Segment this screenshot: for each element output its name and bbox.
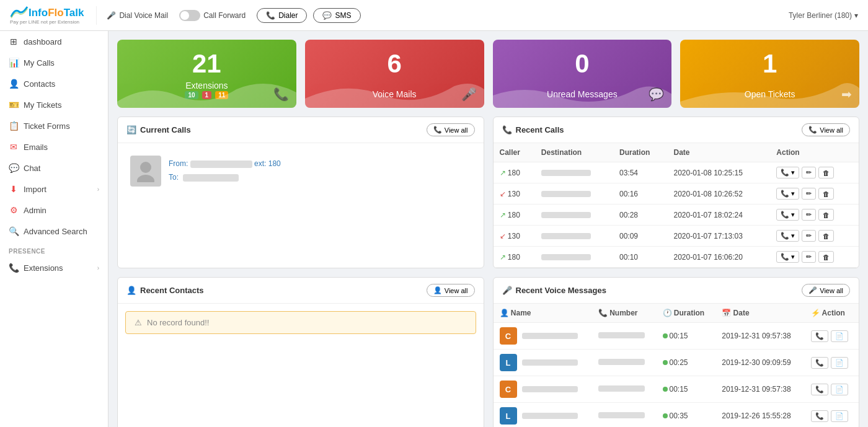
sidebar-item-advanced-search[interactable]: 🔍 Advanced Search [0, 221, 108, 242]
sidebar-item-ticket-forms[interactable]: 📋 Ticket Forms [0, 115, 108, 136]
delete-action-btn[interactable]: 🗑 [818, 251, 834, 263]
vm-avatar: L [500, 407, 517, 425]
vm-number-cell [592, 403, 657, 428]
caller-cell: ↙ 130 [494, 226, 535, 247]
call-action-btn[interactable]: 📞 ▾ [776, 188, 799, 200]
user-menu[interactable]: Tyler Berliner (180) ▾ [789, 11, 858, 20]
phone-recent-icon: 📞 [502, 125, 512, 134]
dot-green [663, 333, 668, 338]
sms-icon: 💬 [322, 11, 332, 20]
date-cell: 2020-01-08 10:26:52 [667, 183, 770, 205]
recent-contacts-view-all-label: View all [445, 287, 468, 294]
delete-action-btn[interactable]: 🗑 [818, 167, 834, 178]
vm-action-cell: 📞 📄 [805, 350, 859, 376]
extensions-corner-icon: 📞 [273, 87, 289, 102]
sidebar-item-extensions[interactable]: 📞 Extensions › [0, 257, 108, 278]
vm-download-btn[interactable]: 📄 [831, 357, 848, 369]
dial-voicemail-btn[interactable]: 🎤 Dial Voice Mail [107, 11, 168, 20]
col-date: Date [667, 143, 770, 162]
vm-col-name: 👤 Name [494, 304, 592, 323]
vm-download-btn[interactable]: 📄 [831, 384, 848, 395]
sidebar: ⊞ dashboard 📊 My Calls 👤 Contacts 🎫 My T… [0, 31, 108, 427]
date-cell: 2020-01-07 17:13:03 [667, 226, 770, 247]
call-action-btn[interactable]: 📞 ▾ [776, 230, 799, 242]
vm-call-btn[interactable]: 📞 [811, 330, 828, 342]
call-action-btn[interactable]: 📞 ▾ [776, 251, 799, 263]
recent-calls-body: Caller Destination Duration Date Action … [494, 143, 859, 268]
table-row: ↙ 130 00:09 2020-01-07 17:13:03 📞 ▾ ✏ 🗑 [494, 226, 859, 247]
action-cell: 📞 ▾ ✏ 🗑 [770, 205, 859, 226]
my-calls-icon: 📊 [9, 58, 19, 68]
edit-action-btn[interactable]: ✏ [802, 251, 816, 263]
edit-action-btn[interactable]: ✏ [802, 209, 816, 221]
table-row: C 00:15 2019-12-31 09:57:38 📞 📄 [494, 376, 859, 403]
vm-duration-cell: 00:25 [657, 350, 716, 376]
vm-download-btn[interactable]: 📄 [831, 330, 848, 342]
sidebar-item-emails[interactable]: ✉ Emails [0, 136, 108, 157]
logo-talk: Talk [64, 7, 84, 19]
call-direction-icon: ↗ [500, 169, 506, 177]
action-cell: 📞 ▾ ✏ 🗑 [770, 183, 859, 205]
current-calls-panel: 🔄 Current Calls 📞 View all [117, 117, 484, 268]
admin-icon: ⚙ [9, 205, 19, 215]
vm-duration-cell: 00:15 [657, 376, 716, 403]
sidebar-item-my-calls[interactable]: 📊 My Calls [0, 52, 108, 73]
advanced-search-icon: 🔍 [9, 226, 19, 236]
recent-contacts-view-all[interactable]: 👤 View all [427, 284, 475, 297]
table-row: L 00:25 2019-12-30 09:09:59 📞 📄 [494, 350, 859, 376]
voicemails-corner-icon: 🎤 [461, 87, 477, 102]
call-action-btn[interactable]: 📞 ▾ [776, 209, 799, 221]
delete-action-btn[interactable]: 🗑 [818, 209, 834, 221]
sidebar-item-dashboard[interactable]: ⊞ dashboard [0, 31, 108, 52]
user-chevron-icon: ▾ [854, 11, 858, 20]
vm-name-cell: C [494, 323, 592, 350]
delete-action-btn[interactable]: 🗑 [818, 188, 834, 200]
ticket-forms-icon: 📋 [9, 121, 19, 131]
destination-cell [535, 162, 613, 183]
calendar-icon: 📅 [722, 309, 731, 317]
dot-green [663, 413, 668, 418]
vm-call-btn[interactable]: 📞 [811, 357, 828, 369]
tickets-count: 1 [693, 51, 847, 77]
vm-call-btn[interactable]: 📞 [811, 384, 828, 395]
sidebar-label-my-calls: My Calls [24, 58, 99, 68]
call-forward-toggle[interactable] [179, 10, 200, 21]
call-direction-icon: ↙ [500, 232, 506, 240]
sidebar-item-import[interactable]: ⬇ Import › [0, 178, 108, 200]
edit-action-btn[interactable]: ✏ [802, 188, 816, 200]
from-number-blurred [190, 161, 252, 168]
current-calls-view-all[interactable]: 📞 View all [427, 123, 475, 136]
dot-green [663, 360, 668, 365]
sidebar-item-chat[interactable]: 💬 Chat [0, 157, 108, 178]
edit-action-btn[interactable]: ✏ [802, 230, 816, 242]
from-ext: ext: 180 [254, 159, 281, 168]
table-row: ↗ 180 00:28 2020-01-07 18:02:24 📞 ▾ ✏ 🗑 [494, 205, 859, 226]
caller-cell: ↗ 180 [494, 205, 535, 226]
sidebar-item-contacts[interactable]: 👤 Contacts [0, 73, 108, 94]
vm-date-cell: 2019-12-31 09:57:38 [715, 323, 804, 350]
duration-cell: 03:54 [613, 162, 667, 183]
vm-download-btn[interactable]: 📄 [831, 410, 848, 422]
col-destination: Destination [535, 143, 613, 162]
vm-name-blurred [522, 333, 578, 339]
dialer-button[interactable]: 📞 Dialer [257, 8, 307, 23]
contact-small-icon: 👤 [433, 286, 442, 294]
sidebar-item-admin[interactable]: ⚙ Admin [0, 200, 108, 221]
vm-number-cell [592, 376, 657, 403]
call-action-btn[interactable]: 📞 ▾ [776, 167, 799, 178]
current-calls-title: 🔄 Current Calls [126, 125, 191, 134]
recent-vm-view-all[interactable]: 🎤 View all [802, 284, 850, 297]
col-action: Action [770, 143, 859, 162]
from-label: From: [169, 159, 188, 168]
delete-action-btn[interactable]: 🗑 [818, 230, 834, 242]
duration-cell: 00:28 [613, 205, 667, 226]
sidebar-item-my-tickets[interactable]: 🎫 My Tickets [0, 94, 108, 115]
recent-calls-view-all[interactable]: 📞 View all [802, 123, 850, 136]
vm-col-date: 📅 Date [715, 304, 804, 323]
call-forward-toggle-area[interactable]: Call Forward [179, 10, 246, 21]
edit-action-btn[interactable]: ✏ [802, 167, 816, 178]
vm-col-action: ⚡ Action [805, 304, 859, 323]
vm-call-btn[interactable]: 📞 [811, 410, 828, 422]
destination-cell [535, 205, 613, 226]
sms-button[interactable]: 💬 SMS [313, 8, 360, 23]
